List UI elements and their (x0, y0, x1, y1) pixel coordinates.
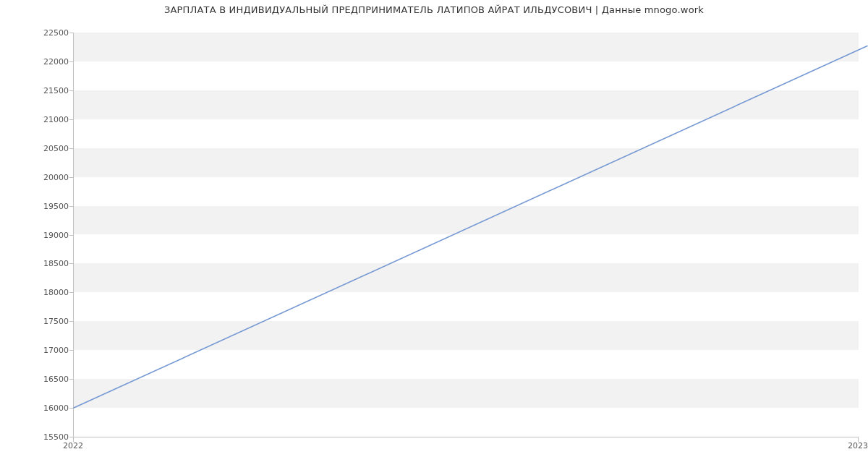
series-layer (74, 33, 859, 437)
y-tick-mark (69, 119, 73, 120)
y-tick-mark (69, 321, 73, 322)
chart-container: ЗАРПЛАТА В ИНДИВИДУАЛЬНЫЙ ПРЕДПРИНИМАТЕЛ… (0, 0, 868, 470)
plot-area (73, 33, 859, 437)
y-tick-mark (69, 90, 73, 91)
y-tick-mark (69, 177, 73, 178)
y-tick-mark (69, 148, 73, 149)
y-tick-label: 17000 (25, 346, 69, 355)
y-tick-label: 20000 (25, 172, 69, 181)
x-tick-mark (858, 437, 859, 442)
y-tick-mark (69, 292, 73, 293)
x-tick-label: 2023 (848, 441, 868, 450)
y-tick-label: 21500 (25, 85, 69, 95)
x-tick-label: 2022 (63, 441, 83, 450)
y-tick-label: 18000 (25, 288, 69, 297)
y-tick-mark (69, 235, 73, 236)
y-tick-label: 20500 (25, 143, 69, 153)
y-tick-label: 21000 (25, 114, 69, 124)
y-tick-mark (69, 379, 73, 380)
y-tick-label: 16500 (25, 375, 69, 384)
y-tick-mark (69, 263, 73, 264)
y-tick-label: 19500 (25, 201, 69, 210)
y-tick-mark (69, 206, 73, 207)
y-tick-mark (69, 61, 73, 62)
chart-title: ЗАРПЛАТА В ИНДИВИДУАЛЬНЫЙ ПРЕДПРИНИМАТЕЛ… (0, 4, 868, 15)
x-tick-mark (73, 437, 74, 442)
line-series-salary (74, 46, 867, 408)
y-tick-mark (69, 350, 73, 351)
y-tick-label: 15500 (25, 432, 69, 442)
y-tick-mark (69, 33, 73, 33)
y-tick-label: 18500 (25, 259, 69, 268)
y-tick-mark (69, 408, 73, 409)
y-tick-label: 16000 (25, 403, 69, 413)
y-tick-label: 17500 (25, 317, 69, 326)
y-tick-label: 19000 (25, 230, 69, 239)
y-tick-label: 22000 (25, 56, 69, 66)
y-tick-label: 22500 (25, 28, 69, 38)
